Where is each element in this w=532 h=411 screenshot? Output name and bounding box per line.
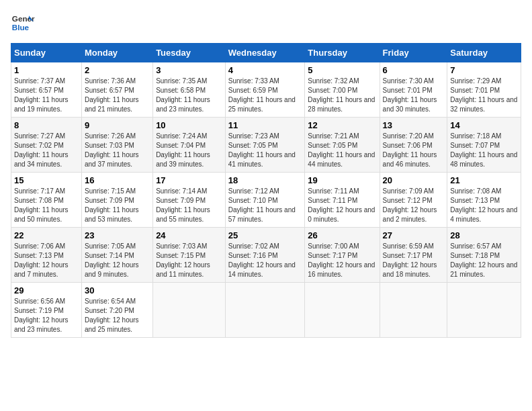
- day-number: 19: [308, 175, 376, 185]
- calendar-cell: [153, 283, 226, 338]
- calendar-cell: 14 Sunrise: 7:18 AMSunset: 7:07 PMDaylig…: [447, 118, 521, 173]
- day-number: 11: [228, 120, 302, 130]
- day-info: Sunrise: 7:30 AMSunset: 7:01 PMDaylight:…: [383, 77, 437, 113]
- week-row-5: 29 Sunrise: 6:56 AMSunset: 7:19 PMDaylig…: [11, 283, 521, 338]
- col-header-wednesday: Wednesday: [225, 44, 305, 62]
- day-number: 20: [383, 175, 445, 185]
- svg-text:Blue: Blue: [12, 23, 30, 32]
- calendar-cell: 24 Sunrise: 7:03 AMSunset: 7:15 PMDaylig…: [153, 228, 226, 283]
- day-info: Sunrise: 7:06 AMSunset: 7:13 PMDaylight:…: [14, 242, 69, 278]
- day-number: 16: [85, 175, 150, 185]
- day-info: Sunrise: 6:57 AMSunset: 7:18 PMDaylight:…: [450, 242, 517, 278]
- day-info: Sunrise: 7:17 AMSunset: 7:08 PMDaylight:…: [14, 187, 69, 223]
- day-number: 18: [228, 175, 302, 185]
- calendar-cell: [380, 283, 447, 338]
- week-row-1: 1 Sunrise: 7:37 AMSunset: 6:57 PMDayligh…: [11, 62, 521, 118]
- calendar-cell: 23 Sunrise: 7:05 AMSunset: 7:14 PMDaylig…: [81, 228, 152, 283]
- day-number: 5: [308, 65, 376, 75]
- day-info: Sunrise: 7:33 AMSunset: 6:59 PMDaylight:…: [228, 77, 296, 113]
- calendar-cell: 22 Sunrise: 7:06 AMSunset: 7:13 PMDaylig…: [11, 228, 82, 283]
- calendar-cell: 15 Sunrise: 7:17 AMSunset: 7:08 PMDaylig…: [11, 173, 82, 228]
- day-info: Sunrise: 6:56 AMSunset: 7:19 PMDaylight:…: [14, 298, 69, 333]
- day-number: 27: [383, 230, 445, 240]
- day-info: Sunrise: 7:21 AMSunset: 7:05 PMDaylight:…: [308, 132, 375, 168]
- day-info: Sunrise: 7:29 AMSunset: 7:01 PMDaylight:…: [450, 77, 517, 113]
- day-number: 29: [14, 285, 79, 295]
- day-info: Sunrise: 7:03 AMSunset: 7:15 PMDaylight:…: [156, 242, 210, 278]
- calendar-cell: 11 Sunrise: 7:23 AMSunset: 7:05 PMDaylig…: [225, 118, 305, 173]
- calendar-cell: 29 Sunrise: 6:56 AMSunset: 7:19 PMDaylig…: [11, 283, 82, 338]
- calendar-cell: 10 Sunrise: 7:24 AMSunset: 7:04 PMDaylig…: [153, 118, 226, 173]
- day-info: Sunrise: 7:23 AMSunset: 7:05 PMDaylight:…: [228, 132, 296, 168]
- calendar-cell: 26 Sunrise: 7:00 AMSunset: 7:17 PMDaylig…: [305, 228, 380, 283]
- day-number: 28: [450, 230, 518, 240]
- col-header-thursday: Thursday: [305, 44, 380, 62]
- day-number: 3: [156, 65, 222, 75]
- day-number: 17: [156, 175, 222, 185]
- day-info: Sunrise: 7:00 AMSunset: 7:17 PMDaylight:…: [308, 242, 375, 278]
- calendar-cell: 30 Sunrise: 6:54 AMSunset: 7:20 PMDaylig…: [81, 283, 152, 338]
- calendar-cell: 17 Sunrise: 7:14 AMSunset: 7:09 PMDaylig…: [153, 173, 226, 228]
- calendar-cell: 8 Sunrise: 7:27 AMSunset: 7:02 PMDayligh…: [11, 118, 82, 173]
- week-row-3: 15 Sunrise: 7:17 AMSunset: 7:08 PMDaylig…: [11, 173, 521, 228]
- day-info: Sunrise: 7:02 AMSunset: 7:16 PMDaylight:…: [228, 242, 296, 278]
- col-header-sunday: Sunday: [11, 44, 82, 62]
- day-number: 1: [14, 65, 79, 75]
- day-info: Sunrise: 7:24 AMSunset: 7:04 PMDaylight:…: [156, 132, 210, 168]
- col-header-saturday: Saturday: [447, 44, 521, 62]
- calendar-cell: 16 Sunrise: 7:15 AMSunset: 7:09 PMDaylig…: [81, 173, 152, 228]
- logo: General Blue: [11, 11, 35, 35]
- day-number: 10: [156, 120, 222, 130]
- day-number: 14: [450, 120, 518, 130]
- day-info: Sunrise: 7:32 AMSunset: 7:00 PMDaylight:…: [308, 77, 375, 113]
- day-number: 23: [85, 230, 150, 240]
- day-info: Sunrise: 7:14 AMSunset: 7:09 PMDaylight:…: [156, 187, 210, 223]
- day-number: 12: [308, 120, 376, 130]
- day-number: 7: [450, 65, 518, 75]
- svg-text:General: General: [12, 14, 35, 23]
- day-number: 15: [14, 175, 79, 185]
- calendar-cell: 3 Sunrise: 7:35 AMSunset: 6:58 PMDayligh…: [153, 62, 226, 118]
- col-header-monday: Monday: [81, 44, 152, 62]
- calendar-header: SundayMondayTuesdayWednesdayThursdayFrid…: [11, 44, 521, 62]
- day-info: Sunrise: 7:37 AMSunset: 6:57 PMDaylight:…: [14, 77, 69, 113]
- calendar-cell: [305, 283, 380, 338]
- day-number: 4: [228, 65, 302, 75]
- calendar-cell: [225, 283, 305, 338]
- calendar-cell: 2 Sunrise: 7:36 AMSunset: 6:57 PMDayligh…: [81, 62, 152, 118]
- day-number: 21: [450, 175, 518, 185]
- calendar-cell: 28 Sunrise: 6:57 AMSunset: 7:18 PMDaylig…: [447, 228, 521, 283]
- week-row-4: 22 Sunrise: 7:06 AMSunset: 7:13 PMDaylig…: [11, 228, 521, 283]
- week-row-2: 8 Sunrise: 7:27 AMSunset: 7:02 PMDayligh…: [11, 118, 521, 173]
- day-number: 2: [85, 65, 150, 75]
- day-number: 13: [383, 120, 445, 130]
- day-info: Sunrise: 7:12 AMSunset: 7:10 PMDaylight:…: [228, 187, 296, 223]
- calendar-cell: 21 Sunrise: 7:08 AMSunset: 7:13 PMDaylig…: [447, 173, 521, 228]
- day-info: Sunrise: 6:54 AMSunset: 7:20 PMDaylight:…: [85, 298, 139, 333]
- day-info: Sunrise: 7:11 AMSunset: 7:11 PMDaylight:…: [308, 187, 375, 223]
- header: General Blue: [11, 11, 521, 35]
- day-number: 22: [14, 230, 79, 240]
- calendar-cell: 13 Sunrise: 7:20 AMSunset: 7:06 PMDaylig…: [380, 118, 447, 173]
- calendar-table: SundayMondayTuesdayWednesdayThursdayFrid…: [11, 43, 521, 338]
- logo-icon: General Blue: [11, 11, 35, 35]
- day-info: Sunrise: 7:15 AMSunset: 7:09 PMDaylight:…: [85, 187, 139, 223]
- calendar-cell: 1 Sunrise: 7:37 AMSunset: 6:57 PMDayligh…: [11, 62, 82, 118]
- day-number: 25: [228, 230, 302, 240]
- day-info: Sunrise: 6:59 AMSunset: 7:17 PMDaylight:…: [383, 242, 437, 278]
- day-number: 24: [156, 230, 222, 240]
- calendar-cell: 6 Sunrise: 7:30 AMSunset: 7:01 PMDayligh…: [380, 62, 447, 118]
- day-info: Sunrise: 7:27 AMSunset: 7:02 PMDaylight:…: [14, 132, 69, 168]
- day-info: Sunrise: 7:08 AMSunset: 7:13 PMDaylight:…: [450, 187, 517, 223]
- calendar-cell: 18 Sunrise: 7:12 AMSunset: 7:10 PMDaylig…: [225, 173, 305, 228]
- day-number: 30: [85, 285, 150, 295]
- calendar-cell: 25 Sunrise: 7:02 AMSunset: 7:16 PMDaylig…: [225, 228, 305, 283]
- calendar-cell: 19 Sunrise: 7:11 AMSunset: 7:11 PMDaylig…: [305, 173, 380, 228]
- calendar-cell: 20 Sunrise: 7:09 AMSunset: 7:12 PMDaylig…: [380, 173, 447, 228]
- day-number: 9: [85, 120, 150, 130]
- col-header-tuesday: Tuesday: [153, 44, 226, 62]
- calendar-cell: 27 Sunrise: 6:59 AMSunset: 7:17 PMDaylig…: [380, 228, 447, 283]
- col-header-friday: Friday: [380, 44, 447, 62]
- day-number: 6: [383, 65, 445, 75]
- calendar-cell: 4 Sunrise: 7:33 AMSunset: 6:59 PMDayligh…: [225, 62, 305, 118]
